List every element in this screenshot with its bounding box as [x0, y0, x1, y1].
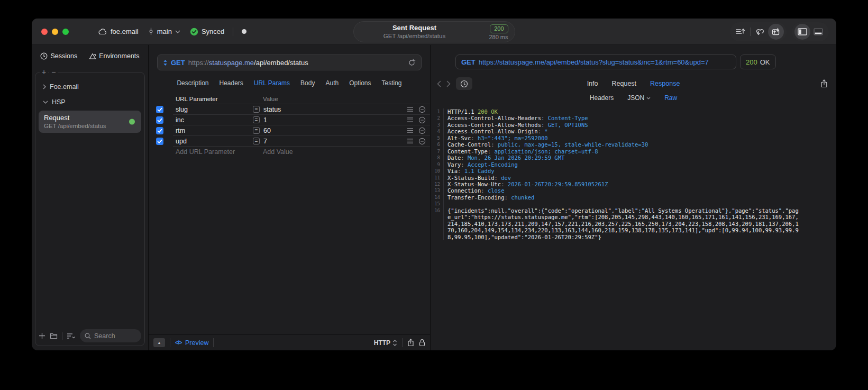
- add-url-parameter-button[interactable]: Add URL Parameter: [173, 148, 252, 156]
- preview-button[interactable]: </> Preview: [175, 339, 208, 347]
- tab-environments-label: Environments: [99, 52, 139, 60]
- remove-session-button[interactable]: −: [49, 68, 58, 76]
- param-name-cell[interactable]: rtm: [173, 127, 252, 134]
- branch-name[interactable]: main: [157, 28, 172, 35]
- environments-icon: [89, 53, 96, 60]
- search-input[interactable]: Search: [80, 329, 141, 342]
- param-value-text: 7: [263, 138, 267, 145]
- tab-body[interactable]: Body: [300, 79, 315, 87]
- close-window-button[interactable]: [41, 29, 48, 35]
- sync-loop-icon[interactable]: [752, 24, 768, 40]
- param-value-cell[interactable]: =status: [252, 104, 399, 114]
- share-icon[interactable]: [407, 339, 414, 347]
- protocol-selector[interactable]: HTTP: [374, 339, 397, 347]
- tab-testing[interactable]: Testing: [382, 79, 402, 87]
- list-options-icon[interactable]: [67, 333, 76, 339]
- tab-sessions-label: Sessions: [50, 52, 77, 60]
- request-list-item-selected[interactable]: Request GET /api/embed/status: [39, 111, 141, 133]
- code-text: {"incidents":null,"overall":{"code":"ope…: [444, 207, 836, 240]
- sent-request-pill[interactable]: Sent Request GET /api/embed/status 200 2…: [353, 21, 515, 42]
- param-checkbox[interactable]: [156, 138, 163, 145]
- project-name[interactable]: foe.email: [111, 28, 139, 35]
- back-icon[interactable]: [437, 80, 441, 87]
- folder-icon[interactable]: [50, 332, 58, 339]
- response-code[interactable]: 1HTTP/1.1 200 OK2Access-Control-Allow-He…: [431, 106, 836, 350]
- param-rows: slug=statusinc=1rtm=60upd=7: [149, 104, 430, 147]
- resp-subtab-headers[interactable]: Headers: [590, 94, 614, 102]
- code-text: Alt-Svc: h3=":443"; ma=2592000: [444, 135, 836, 141]
- request-item-title: Request: [44, 114, 136, 122]
- sidebar-toggle-icon[interactable]: [794, 24, 810, 40]
- drag-handle-icon[interactable]: [407, 128, 414, 133]
- method-updown-icon[interactable]: [163, 59, 168, 66]
- remove-row-icon[interactable]: [418, 127, 426, 134]
- tab-description[interactable]: Description: [177, 79, 208, 87]
- request-url-bar[interactable]: GET https://statuspage.me/api/embed/stat…: [157, 55, 422, 70]
- tab-url-params[interactable]: URL Params: [254, 79, 290, 87]
- forward-icon[interactable]: [446, 80, 451, 87]
- code-line: 14Transfer-Encoding: chunked: [431, 194, 836, 201]
- line-number: 15: [431, 201, 444, 207]
- code-line: 3Access-Control-Allow-Methods: GET, OPTI…: [431, 122, 836, 128]
- history-clock-button[interactable]: [456, 77, 472, 90]
- tab-sessions[interactable]: Sessions: [40, 50, 77, 62]
- tree-item-label: Foe.email: [50, 83, 79, 90]
- titlebar-actions: [730, 22, 829, 41]
- lock-icon[interactable]: [419, 339, 425, 347]
- drag-handle-icon[interactable]: [407, 106, 414, 112]
- tab-options[interactable]: Options: [349, 79, 371, 87]
- code-line: 15: [431, 201, 836, 207]
- drag-handle-icon[interactable]: [407, 138, 414, 144]
- chevron-down-icon[interactable]: [175, 30, 180, 33]
- param-value-cell[interactable]: =60: [252, 125, 399, 135]
- add-session-button[interactable]: +: [40, 68, 48, 76]
- tab-environments[interactable]: Environments: [89, 50, 139, 62]
- line-number: 7: [431, 148, 444, 155]
- sessions-panel: + − Foe.email HSP: [35, 72, 145, 346]
- param-checkbox[interactable]: [156, 127, 163, 134]
- response-subtabs: HeadersJSONRaw: [431, 90, 836, 106]
- resp-subtab-json[interactable]: JSON: [627, 94, 651, 102]
- zoom-window-button[interactable]: [62, 29, 69, 35]
- param-value-cell[interactable]: =1: [252, 115, 399, 125]
- request-url[interactable]: https://statuspage.me/api/embed/status: [188, 59, 405, 67]
- bottom-panel-toggle-icon[interactable]: [810, 24, 826, 40]
- code-text: Vary: Accept-Encoding: [444, 161, 836, 168]
- tab-headers[interactable]: Headers: [219, 79, 243, 87]
- response-url-box[interactable]: GET https://statuspage.me/api/embed/stat…: [455, 55, 736, 69]
- tree-item-foe-email[interactable]: Foe.email: [39, 79, 141, 94]
- resp-subtab-raw[interactable]: Raw: [664, 94, 677, 102]
- request-item-subtitle: GET /api/embed/status: [44, 123, 136, 129]
- param-name-cell[interactable]: slug: [173, 106, 252, 113]
- resp-tab-response[interactable]: Response: [650, 80, 680, 87]
- line-number: 5: [431, 135, 444, 141]
- share-icon[interactable]: [820, 79, 828, 88]
- collapse-icon[interactable]: ▲: [153, 338, 165, 347]
- resp-tab-request[interactable]: Request: [612, 80, 637, 87]
- response-status-box[interactable]: 200 OK: [740, 55, 776, 69]
- equals-icon: =: [253, 106, 260, 113]
- resp-tab-info[interactable]: Info: [587, 80, 598, 87]
- add-value-button[interactable]: Add Value: [252, 148, 399, 156]
- param-value-cell[interactable]: =7: [252, 136, 399, 146]
- param-checkbox[interactable]: [156, 116, 163, 124]
- tab-auth[interactable]: Auth: [325, 79, 339, 87]
- sync-status[interactable]: Synced: [202, 28, 224, 35]
- sent-request-status: 200 280 ms: [489, 23, 508, 40]
- param-checkbox[interactable]: [156, 106, 163, 113]
- remove-row-icon[interactable]: [418, 116, 426, 124]
- add-request-button[interactable]: [39, 332, 45, 339]
- request-method[interactable]: GET: [171, 59, 185, 67]
- refresh-icon[interactable]: [408, 59, 416, 67]
- minimize-window-button[interactable]: [52, 29, 58, 35]
- param-name-cell[interactable]: inc: [173, 116, 252, 124]
- export-lines-icon[interactable]: [733, 24, 748, 40]
- remove-row-icon[interactable]: [418, 138, 426, 145]
- request-actions-group: [730, 22, 787, 41]
- remove-row-icon[interactable]: [418, 106, 426, 113]
- resend-box-icon[interactable]: [768, 24, 784, 40]
- drag-handle-icon[interactable]: [407, 117, 414, 123]
- response-url: https://statuspage.me/api/embed/status?s…: [479, 58, 709, 66]
- tree-item-hsp[interactable]: HSP: [39, 94, 141, 110]
- param-name-cell[interactable]: upd: [173, 138, 252, 145]
